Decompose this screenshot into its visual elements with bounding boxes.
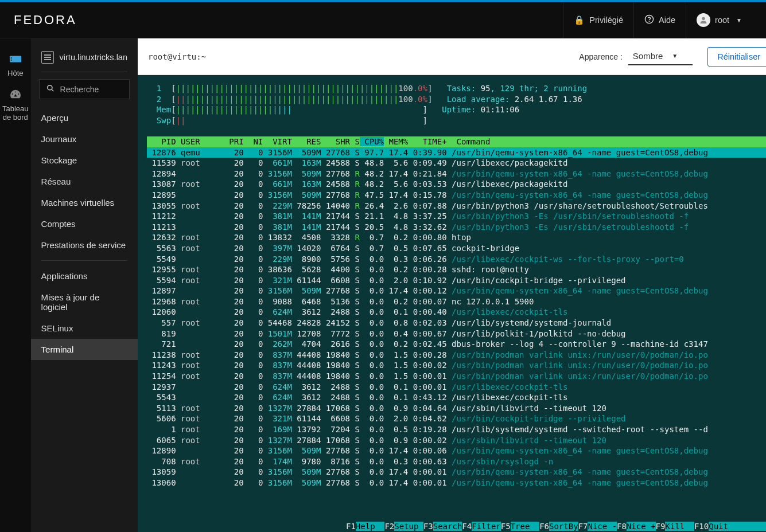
divider bbox=[41, 72, 127, 72]
sidebar-item[interactable]: Mises à jour de logiciel bbox=[31, 287, 138, 318]
terminal-toolbar: root@virtu:~ Apparence : Sombre ▼ Réinit… bbox=[138, 38, 766, 75]
lock-icon: 🔒 bbox=[574, 15, 585, 25]
svg-point-1 bbox=[649, 21, 650, 22]
caret-down-icon: ▼ bbox=[736, 17, 742, 24]
nav-host[interactable]: Hôte bbox=[0, 48, 31, 83]
nav-dashboard[interactable]: Tableau de bord bbox=[0, 83, 31, 127]
avatar-icon bbox=[697, 13, 710, 27]
theme-select[interactable]: Sombre ▼ bbox=[628, 48, 693, 65]
server-icon bbox=[9, 53, 22, 66]
menu-separator bbox=[41, 260, 127, 261]
nav-dashboard-label: Tableau de bord bbox=[2, 104, 29, 122]
sidebar-item[interactable]: Terminal bbox=[31, 339, 138, 360]
host-icon bbox=[41, 51, 54, 64]
search-input[interactable]: Recherche bbox=[39, 79, 130, 99]
user-label: root bbox=[715, 15, 729, 25]
privileged-indicator[interactable]: 🔒 Privilégié bbox=[563, 2, 633, 38]
reset-button[interactable]: Réinitialiser bbox=[707, 47, 766, 66]
sidebar-item[interactable]: Stockage bbox=[31, 150, 138, 171]
svg-line-7 bbox=[51, 89, 53, 92]
caret-down-icon: ▼ bbox=[672, 53, 678, 59]
sidebar-item[interactable]: Machines virtuelles bbox=[31, 192, 138, 213]
terminal-output[interactable]: 1 [|||||||||||||||||||||||||||||||||||||… bbox=[138, 75, 766, 532]
user-menu[interactable]: root ▼ bbox=[686, 2, 752, 38]
svg-rect-5 bbox=[11, 60, 12, 61]
sidebar-item[interactable]: SELinux bbox=[31, 318, 138, 339]
htop-function-keys: F1Help F2Setup F3SearchF4FilterF5Tree F6… bbox=[346, 521, 766, 532]
hostname: virtu.linuxtricks.lan bbox=[60, 53, 127, 62]
dashboard-icon bbox=[9, 89, 22, 102]
masthead: FEDORA 🔒 Privilégié Aide root ▼ bbox=[0, 2, 766, 38]
sidebar-item[interactable]: Journaux bbox=[31, 128, 138, 150]
svg-rect-3 bbox=[10, 56, 21, 62]
main-content: root@virtu:~ Apparence : Sombre ▼ Réinit… bbox=[138, 38, 766, 532]
help-button[interactable]: Aide bbox=[633, 2, 686, 38]
logo: FEDORA bbox=[14, 13, 563, 28]
nav-host-label: Hôte bbox=[7, 69, 23, 77]
svg-point-2 bbox=[702, 17, 705, 20]
host-nav: virtu.linuxtricks.lan Recherche AperçuJo… bbox=[31, 38, 138, 532]
sidebar-item[interactable]: Applications bbox=[31, 265, 138, 287]
help-label: Aide bbox=[659, 15, 675, 25]
appearance-label: Apparence : bbox=[579, 52, 623, 61]
sidebar-item[interactable]: Comptes bbox=[31, 213, 138, 234]
svg-rect-4 bbox=[11, 57, 12, 58]
sidebar-item[interactable]: Prestations de service bbox=[31, 234, 138, 256]
search-placeholder: Recherche bbox=[60, 85, 99, 94]
search-icon bbox=[46, 84, 55, 94]
sidebar-item[interactable]: Aperçu bbox=[31, 107, 138, 128]
sidebar-item[interactable]: Réseau bbox=[31, 171, 138, 192]
primary-nav: Hôte Tableau de bord bbox=[0, 38, 31, 532]
theme-value: Sombre bbox=[633, 51, 663, 61]
svg-point-6 bbox=[47, 85, 52, 90]
privileged-label: Privilégié bbox=[589, 15, 623, 25]
terminal-title: root@virtu:~ bbox=[148, 52, 579, 61]
help-icon bbox=[644, 14, 654, 26]
host-selector[interactable]: virtu.linuxtricks.lan bbox=[31, 45, 138, 72]
